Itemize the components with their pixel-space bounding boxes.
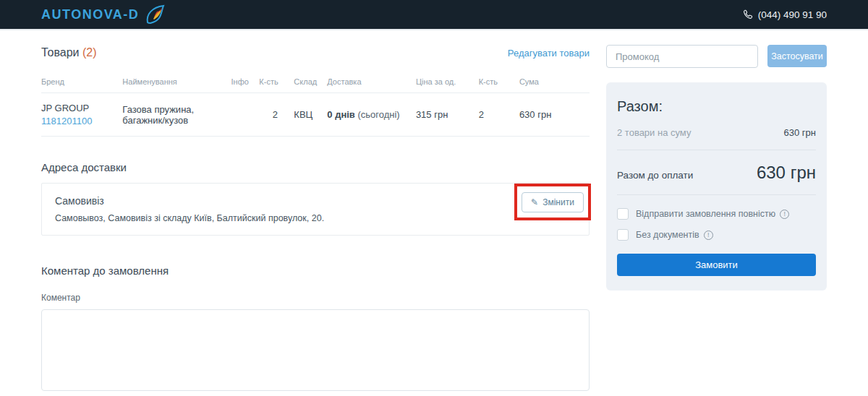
top-header-bar: AUTONOVA-D (044) 490 91 90 bbox=[0, 0, 868, 30]
table-row: JP GROUP 1181201100 Газова пружина, бага… bbox=[41, 93, 590, 137]
brand-logo[interactable]: AUTONOVA-D bbox=[41, 4, 166, 25]
cell-delivery: 0 днів (сьогодні) bbox=[327, 93, 416, 137]
full-shipment-option: Відправити замовлення повністю ! bbox=[617, 208, 816, 220]
apply-promo-button[interactable]: Застосувати bbox=[767, 45, 827, 67]
pencil-icon: ✎ bbox=[531, 197, 538, 207]
comment-section-title: Коментар до замовлення bbox=[41, 264, 590, 277]
full-shipment-checkbox[interactable] bbox=[617, 208, 629, 220]
no-documents-checkbox[interactable] bbox=[617, 229, 629, 241]
summary-divider-2 bbox=[617, 194, 816, 195]
total-label: Разом до оплати bbox=[617, 170, 693, 181]
change-button-label: Змінити bbox=[542, 197, 574, 207]
no-documents-label: Без документів ! bbox=[636, 230, 713, 240]
article-number-link[interactable]: 1181201100 bbox=[41, 116, 119, 126]
promo-code-row: Застосувати bbox=[606, 45, 827, 68]
no-documents-label-text: Без документів bbox=[636, 230, 699, 240]
cell-warehouse: КВЦ bbox=[294, 93, 327, 137]
cell-sum: 630 грн bbox=[519, 93, 590, 137]
column-header-sum: Сума bbox=[519, 71, 590, 93]
products-title: Товари (2) bbox=[41, 46, 97, 59]
summary-items-row: 2 товари на суму 630 грн bbox=[617, 127, 816, 138]
cell-brand: JP GROUP 1181201100 bbox=[41, 93, 122, 137]
comment-field-label: Коментар bbox=[41, 293, 590, 303]
table-header-row: Бренд Найменування Інфо К-сть Склад Дост… bbox=[41, 71, 590, 93]
column-header-brand: Бренд bbox=[41, 71, 122, 93]
delivery-method: Самовивіз bbox=[55, 195, 576, 207]
phone-icon bbox=[743, 9, 753, 20]
main-content: Товари (2) Редагувати товари Бренд Найме… bbox=[0, 30, 868, 391]
delivery-address-card: Самовивіз Самовывоз, Самовивіз зі складу… bbox=[41, 183, 590, 236]
change-address-button[interactable]: ✎ Змінити bbox=[522, 192, 584, 212]
items-count-label: 2 товари на суму bbox=[617, 127, 691, 138]
items-sum-value: 630 грн bbox=[784, 127, 816, 138]
full-shipment-label: Відправити замовлення повністю ! bbox=[636, 209, 789, 219]
brand-name: AUTONOVA-D bbox=[41, 7, 139, 22]
delivery-address-text: Самовывоз, Самовивіз зі складу Київ, Бал… bbox=[55, 213, 576, 223]
delivery-address-title: Адреса доставки bbox=[41, 161, 590, 173]
place-order-button[interactable]: Замовити bbox=[617, 254, 816, 276]
summary-divider-1 bbox=[617, 150, 816, 150]
full-shipment-label-text: Відправити замовлення повністю bbox=[636, 209, 775, 219]
comment-textarea[interactable] bbox=[41, 309, 590, 391]
cell-quantity-2: 2 bbox=[479, 93, 519, 137]
cell-product-name: Газова пружина, багажник/кузов bbox=[122, 93, 231, 137]
products-table: Бренд Найменування Інфо К-сть Склад Дост… bbox=[41, 71, 590, 137]
summary-title: Разом: bbox=[617, 98, 816, 115]
products-count: (2) bbox=[82, 46, 97, 59]
brand-leaf-icon bbox=[145, 4, 166, 25]
brand-label: JP GROUP bbox=[41, 103, 89, 113]
phone-number: (044) 490 91 90 bbox=[758, 9, 827, 20]
summary-total-row: Разом до оплати 630 грн bbox=[617, 163, 816, 183]
order-summary-panel: Разом: 2 товари на суму 630 грн Разом до… bbox=[606, 82, 827, 290]
no-documents-option: Без документів ! bbox=[617, 229, 816, 241]
products-header: Товари (2) Редагувати товари bbox=[41, 46, 590, 59]
header-phone[interactable]: (044) 490 91 90 bbox=[743, 9, 827, 20]
cell-unit-price: 315 грн bbox=[416, 93, 479, 137]
column-header-price: Ціна за од. bbox=[416, 71, 479, 93]
delivery-note: (сьогодні) bbox=[357, 109, 399, 120]
column-header-info: Інфо bbox=[231, 71, 260, 93]
delivery-days: 0 днів bbox=[327, 109, 355, 120]
products-title-text: Товари bbox=[41, 46, 79, 59]
left-column: Товари (2) Редагувати товари Бренд Найме… bbox=[41, 43, 590, 391]
column-header-qty: К-сть bbox=[259, 71, 294, 93]
column-header-qty2: К-сть bbox=[479, 71, 519, 93]
right-column: Застосувати Разом: 2 товари на суму 630 … bbox=[606, 43, 827, 391]
cell-quantity: 2 bbox=[259, 93, 294, 137]
column-header-delivery: Доставка bbox=[327, 71, 416, 93]
total-value: 630 грн bbox=[757, 163, 816, 183]
info-icon[interactable]: ! bbox=[780, 210, 789, 219]
promo-code-input[interactable] bbox=[606, 45, 758, 68]
edit-products-link[interactable]: Редагувати товари bbox=[508, 48, 590, 59]
cell-info bbox=[231, 93, 260, 137]
column-header-warehouse: Склад bbox=[294, 71, 327, 93]
info-icon[interactable]: ! bbox=[704, 231, 713, 240]
column-header-name: Найменування bbox=[122, 71, 231, 93]
annotation-highlight-box: ✎ Змінити bbox=[514, 184, 591, 220]
